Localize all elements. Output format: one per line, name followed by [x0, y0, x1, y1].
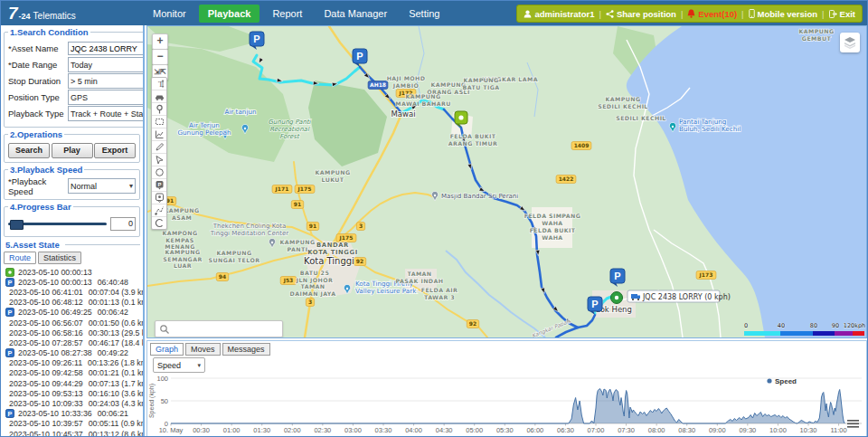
bottom-tab-graph[interactable]: Graph [150, 343, 184, 356]
clear-tool[interactable] [152, 217, 166, 229]
search-fields: *Asset Name*Date RangeToday▾Stop Duratio… [8, 42, 145, 120]
playback-type-select[interactable]: Track + Route + Statistic▾ [68, 106, 145, 121]
asset-state-row[interactable]: P2023-05-10 06:49:2500:06:42 [4, 308, 140, 318]
svg-text:1422: 1422 [559, 176, 574, 182]
svg-text:FELDA AIRTAWAR 3: FELDA AIRTAWAR 3 [421, 287, 458, 300]
user-name: administrator1 [534, 9, 594, 19]
menu-item-data-manager[interactable]: Data Manager [315, 5, 396, 23]
asset-state-row[interactable]: P2023-05-10 00:00:1306:40:48 [4, 277, 140, 287]
playback-speed-title: 3.Playback Speed [8, 165, 84, 175]
asset-state-row[interactable]: 2023-05-10 10:39:5700:05:11 (0.9 km) [4, 419, 140, 429]
row-time: 2023-05-10 06:58:16 [9, 328, 83, 337]
series-select-button[interactable]: Speed ▾ [153, 357, 205, 373]
route-tool[interactable] [152, 204, 166, 217]
progress-track[interactable] [8, 223, 107, 225]
asset-state-row[interactable]: 2023-05-10 00:00:13 [4, 267, 140, 277]
asset-state-row[interactable]: 2023-05-10 09:44:2900:07:13 (1.7 km) [4, 378, 140, 388]
svg-text:91: 91 [309, 223, 316, 229]
asset-tab-route[interactable]: Route [4, 252, 36, 264]
row-info: 00:07:13 (1.7 km) [89, 379, 145, 388]
area-tool[interactable] [152, 116, 166, 128]
asset-state-row[interactable]: 2023-05-10 06:48:1200:01:13 (0.1 km) [4, 298, 140, 308]
start-icon [5, 268, 14, 277]
asset-name-input[interactable] [68, 42, 145, 55]
asset-state-row[interactable]: 2023-05-10 09:26:1100:13:26 (1.8 km) [4, 358, 140, 368]
asset-state-row[interactable]: 2023-05-10 09:42:5800:01:21 (0.1 km) [4, 368, 140, 378]
svg-text:92: 92 [469, 320, 476, 327]
progress-handle[interactable] [10, 220, 24, 230]
map-zoom-out-button[interactable]: − [152, 49, 168, 65]
row-time: 2023-05-10 06:41:01 [9, 288, 83, 297]
draw-tool[interactable] [152, 141, 166, 154]
map-search-box[interactable] [155, 320, 283, 337]
bottom-tab-moves[interactable]: Moves [185, 343, 221, 356]
progress-bar-group: 4.Progress Bar 0 [4, 202, 140, 237]
menu-item-playback[interactable]: Playback [199, 5, 260, 23]
share-position-link[interactable]: Share position [606, 9, 676, 19]
asset-state-list: 2023-05-10 00:00:13P2023-05-10 00:00:130… [4, 267, 140, 437]
svg-text:BATU 25JLN JOHOR: BATU 25JLN JOHOR [296, 270, 334, 284]
menu-item-report[interactable]: Report [263, 5, 311, 23]
chart-menu-button[interactable] [847, 420, 859, 428]
svg-text:KAMPUNGBATU TIGA: KAMPUNGBATU TIGA [462, 77, 499, 90]
asset-state-row[interactable]: P2023-05-10 10:33:3600:06:21 [4, 409, 140, 419]
form-row: Playback TypeTrack + Route + Statistic▾ [8, 107, 145, 120]
svg-text:P: P [614, 271, 620, 281]
row-info: 00:06:42 [98, 308, 128, 317]
svg-text:P: P [157, 182, 161, 187]
select-value: > 5 min [71, 77, 145, 86]
row-time: 2023-05-10 00:00:13 [18, 268, 92, 277]
vehicle-info-label[interactable]: JQC 2438 LORRY (0 kph) [627, 290, 731, 302]
asset-state-row[interactable]: P2023-05-10 08:27:3800:49:22 [4, 348, 140, 358]
parking-filter-tool[interactable]: P [152, 179, 166, 192]
row-time: 2023-05-10 10:33:36 [18, 409, 92, 418]
date-range-select[interactable]: Today▾ [68, 57, 145, 72]
arrow-tool[interactable] [152, 154, 166, 166]
export-button[interactable]: Export [94, 143, 136, 158]
stop-duration-select[interactable]: > 5 min▾ [68, 73, 145, 89]
asset-state-row[interactable]: 2023-05-10 06:56:0700:01:50 (0.6 km) [4, 318, 140, 328]
svg-text:P: P [253, 33, 259, 44]
map-canvas[interactable]: 9191913J1759294J53392J171J175J1721409142… [147, 26, 866, 337]
event-link[interactable]: Event(10) [687, 9, 737, 19]
map-container[interactable]: 9191913J1759294J53392J171J175J1721409142… [146, 25, 867, 338]
vehicle-tool[interactable] [152, 90, 166, 103]
asset-state-row[interactable]: 2023-05-10 06:58:1600:30:13 (29.5 km) [4, 328, 140, 337]
top-navbar: 7 -24 Telematics MonitorPlaybackReportDa… [1, 1, 867, 25]
parking-icon: P [5, 278, 14, 287]
map-search-input[interactable] [172, 322, 282, 336]
asset-tab-statistics[interactable]: Statistics [38, 252, 81, 264]
circle-tool[interactable] [152, 166, 166, 179]
row-info: 00:07:04 (3.9 km) [89, 288, 145, 297]
asset-state-row[interactable]: 2023-05-10 09:53:1300:16:10 (3.6 km) [4, 388, 140, 398]
poi-tool[interactable] [152, 192, 166, 204]
menu-item-setting[interactable]: Setting [400, 5, 448, 23]
menu-item-monitor[interactable]: Monitor [144, 5, 195, 23]
search-button[interactable]: Search [8, 143, 50, 158]
user-segment[interactable]: administrator1 [524, 9, 594, 19]
mobile-version-link[interactable]: Mobile version [749, 9, 818, 19]
chart-tool[interactable] [152, 128, 166, 141]
play-button[interactable]: Play [52, 143, 93, 158]
bottom-tab-messages[interactable]: Messages [222, 343, 270, 356]
row-info: 00:01:13 (0.1 km) [89, 298, 145, 307]
asset-state-row[interactable]: 2023-05-10 10:45:3700:13:12 (8.6 km) [4, 429, 140, 437]
asset-state-row[interactable]: 2023-05-10 07:28:5700:46:17 (18.4 km) [4, 337, 140, 347]
row-info: 00:06:21 [98, 409, 128, 418]
position-type-select[interactable]: GPS▾ [68, 90, 145, 105]
svg-text:SEDILI KECHIL: SEDILI KECHIL [616, 115, 666, 121]
map-layers-button[interactable] [840, 33, 860, 52]
asset-state-row[interactable]: 2023-05-10 06:41:0100:07:04 (3.9 km) [4, 287, 140, 297]
svg-text:91: 91 [294, 201, 301, 207]
map-zoom-in-button[interactable]: + [152, 33, 168, 50]
map-label: KAMPUNGBATU TIGA [462, 77, 499, 90]
text-tool[interactable]: T [152, 78, 166, 90]
current-position-marker[interactable] [611, 292, 623, 304]
exit-link[interactable]: Exit [829, 9, 855, 19]
series-select-label: Speed [157, 361, 181, 370]
playback-speed-group: 3.Playback Speed *Playback Speed Normal … [4, 165, 140, 200]
playback-speed-select[interactable]: Normal ▾ [68, 178, 136, 194]
marker-tool[interactable] [152, 103, 166, 116]
field-label: Stop Duration [8, 76, 68, 86]
asset-state-row[interactable]: 2023-05-10 10:09:3300:24:03 (4.3 km) [4, 398, 140, 408]
